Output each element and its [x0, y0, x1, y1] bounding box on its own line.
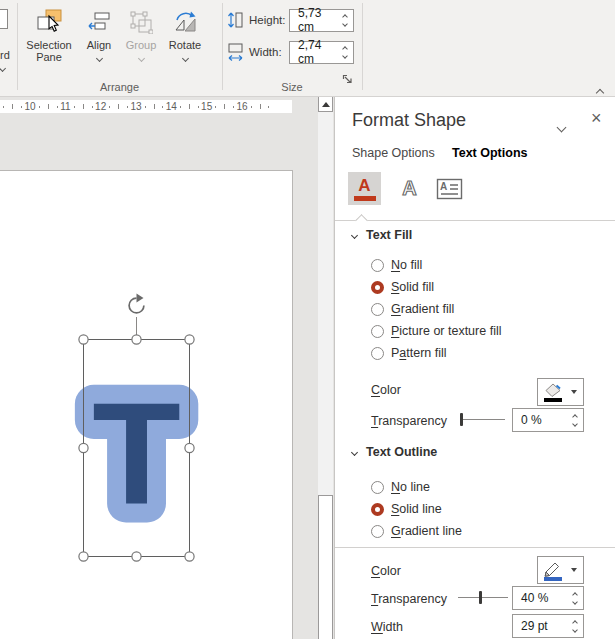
radio-no-line[interactable]: No line: [371, 476, 430, 498]
pane-close-button[interactable]: ×: [591, 108, 602, 129]
resize-handle-top-left[interactable]: [79, 335, 88, 344]
group-button: Group: [120, 5, 162, 77]
resize-handle-top-middle[interactable]: [132, 335, 141, 344]
resize-handle-middle-left[interactable]: [79, 443, 88, 452]
rotate-button[interactable]: Rotate: [163, 5, 207, 77]
radio-label: Pattern fill: [391, 346, 447, 360]
width-value[interactable]: 2,74 cm: [290, 38, 337, 66]
textbox-icon: A: [436, 177, 463, 201]
ruler-number: 10: [22, 101, 38, 112]
outline-width-spinner[interactable]: [567, 621, 583, 632]
radio-no-fill[interactable]: No fill: [371, 254, 422, 276]
width-input[interactable]: 2,74 cm: [289, 41, 354, 64]
vertical-scrollbar-thumb[interactable]: [318, 495, 333, 639]
radio-circle[interactable]: [371, 525, 384, 538]
selection-pane-label-1: Selection: [26, 39, 71, 51]
ruler-tick: [162, 106, 163, 108]
resize-handle-bottom-middle[interactable]: [132, 552, 141, 561]
radio-pattern-fill[interactable]: Pattern fill: [371, 342, 447, 364]
slide-canvas-area: 10111213141516 T T: [0, 97, 334, 639]
text-fill-outline-tab[interactable]: A: [348, 172, 381, 205]
size-dialog-launcher[interactable]: [342, 72, 354, 84]
radio-circle-selected[interactable]: [371, 281, 384, 294]
radio-label: Solid fill: [391, 280, 434, 294]
ruler-number: 16: [234, 101, 250, 112]
chevron-down-icon: [351, 231, 358, 238]
text-effects-tab[interactable]: A: [393, 172, 426, 205]
slider-thumb[interactable]: [460, 413, 463, 426]
slide[interactable]: T T: [0, 170, 293, 639]
fill-transparency-label: Transparency: [371, 414, 447, 428]
scroll-up-icon: [322, 102, 330, 107]
group-divider: [17, 3, 18, 90]
outline-width-value[interactable]: 29 pt: [513, 619, 567, 633]
outline-transparency-slider[interactable]: [458, 586, 508, 610]
radio-circle[interactable]: [371, 325, 384, 338]
powerpoint-window: { "ribbon": { "clipped_button": { "label…: [0, 0, 615, 639]
resize-handle-bottom-right[interactable]: [185, 552, 194, 561]
size-group-label: Size: [222, 81, 362, 93]
slider-thumb[interactable]: [479, 591, 482, 604]
shape-letter-fill[interactable]: T: [92, 373, 181, 535]
ruler-tick: [74, 106, 75, 108]
outline-transparency-value[interactable]: 40 %: [513, 591, 567, 605]
radio-circle[interactable]: [371, 347, 384, 360]
text-effects-icon: A: [402, 177, 416, 200]
radio-gradient-line[interactable]: Gradient line: [371, 520, 462, 542]
height-input[interactable]: 5,73 cm: [289, 9, 354, 32]
tab-text-options[interactable]: Text Options: [452, 146, 527, 160]
width-spinner[interactable]: [337, 47, 353, 58]
slider-track[interactable]: [461, 419, 505, 420]
text-fill-underline-bar: [354, 196, 376, 201]
ruler-tick: [251, 106, 252, 108]
ruler-number: 15: [199, 101, 215, 112]
radio-label: Gradient line: [391, 524, 462, 538]
height-icon: [228, 9, 244, 31]
selection-pane-button[interactable]: Selection Pane: [25, 5, 73, 77]
tab-shape-options[interactable]: Shape Options: [352, 146, 435, 160]
text-outline-section-header[interactable]: Text Outline: [352, 445, 437, 459]
fill-transparency-spinner[interactable]: [567, 415, 583, 426]
selected-text-shape[interactable]: T T: [55, 289, 225, 581]
height-spinner[interactable]: [337, 15, 353, 26]
height-value[interactable]: 5,73 cm: [290, 6, 337, 34]
selection-pane-icon: [25, 5, 73, 39]
send-backward-button-clipped[interactable]: rd: [0, 5, 16, 77]
ruler-number: 13: [128, 101, 144, 112]
outline-color-button[interactable]: [537, 556, 584, 584]
slider-track[interactable]: [458, 597, 508, 598]
fill-transparency-input[interactable]: 0 %: [512, 408, 584, 432]
textbox-tab[interactable]: A: [433, 172, 466, 205]
radio-circle-selected[interactable]: [371, 503, 384, 516]
scrollbar-up-button[interactable]: [318, 97, 333, 112]
outline-width-input[interactable]: 29 pt: [512, 614, 584, 638]
resize-handle-bottom-left[interactable]: [79, 552, 88, 561]
resize-handle-middle-right[interactable]: [185, 443, 194, 452]
align-button[interactable]: Align: [79, 5, 119, 77]
ribbon: rd Selection Pane Align: [0, 0, 615, 97]
ruler-tick: [180, 106, 181, 108]
radio-circle[interactable]: [371, 481, 384, 494]
radio-gradient-fill[interactable]: Gradient fill: [371, 298, 454, 320]
pane-options-chevron[interactable]: [558, 117, 565, 135]
fill-transparency-value[interactable]: 0 %: [513, 413, 567, 427]
radio-circle[interactable]: [371, 259, 384, 272]
fill-transparency-slider[interactable]: [461, 408, 505, 432]
outline-transparency-spinner[interactable]: [567, 593, 583, 604]
radio-label: Gradient fill: [391, 302, 454, 316]
ruler-tick: [127, 106, 128, 108]
ruler-tick: [12, 104, 13, 109]
text-fill-section-header[interactable]: Text Fill: [352, 228, 412, 242]
radio-circle[interactable]: [371, 303, 384, 316]
fill-color-label: Color: [371, 383, 401, 397]
radio-label: No line: [391, 480, 430, 494]
fill-color-bucket-icon: [538, 382, 567, 403]
radio-label: Solid line: [391, 502, 442, 516]
radio-solid-fill[interactable]: Solid fill: [371, 276, 434, 298]
rotate-handle[interactable]: [129, 294, 144, 313]
radio-solid-line[interactable]: Solid line: [371, 498, 442, 520]
outline-transparency-input[interactable]: 40 %: [512, 586, 584, 610]
resize-handle-top-right[interactable]: [185, 335, 194, 344]
fill-color-button[interactable]: [537, 378, 584, 406]
radio-picture-texture-fill[interactable]: Picture or texture fill: [371, 320, 501, 342]
